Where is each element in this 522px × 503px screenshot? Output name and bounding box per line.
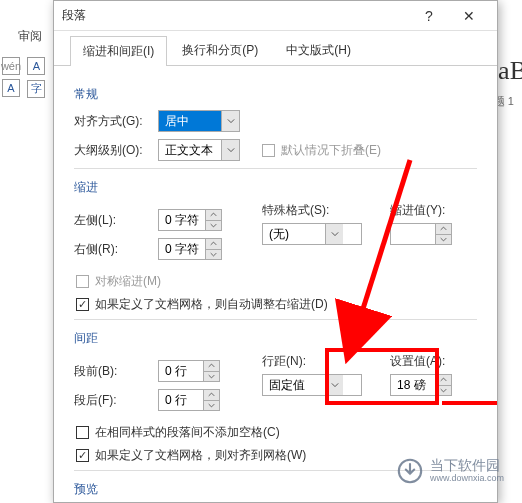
chevron-down-icon[interactable]	[436, 386, 451, 396]
section-spacing: 间距	[74, 330, 477, 347]
collapsed-label: 默认情况下折叠(E)	[281, 142, 381, 159]
indent-left-spinner[interactable]: 0 字符	[158, 209, 222, 231]
section-general: 常规	[74, 86, 477, 103]
indent-left-label: 左侧(L):	[74, 212, 152, 229]
watermark-text: 当下软件园	[430, 458, 504, 473]
spinner-arrows	[203, 390, 219, 410]
chevron-up-icon[interactable]	[204, 390, 219, 401]
linespacing-dropdown[interactable]: 固定值	[262, 374, 362, 396]
space-after-spinner[interactable]: 0 行	[158, 389, 220, 411]
tab-bar: 缩进和间距(I) 换行和分页(P) 中文版式(H)	[54, 31, 497, 66]
nospace-label: 在相同样式的段落间不添加空格(C)	[95, 424, 280, 441]
watermark: 当下软件园 www.downxia.com	[396, 457, 504, 485]
help-button[interactable]: ?	[409, 2, 449, 30]
spinner-arrows	[435, 375, 451, 395]
special-label: 特殊格式(S):	[262, 202, 372, 219]
watermark-logo-icon	[396, 457, 424, 485]
outline-value: 正文文本	[159, 140, 221, 160]
space-before-spinner[interactable]: 0 行	[158, 360, 220, 382]
chevron-up-icon[interactable]	[206, 239, 221, 250]
font-box-a2[interactable]: A	[2, 79, 20, 97]
at-value: 18 磅	[391, 375, 435, 395]
dialog-title: 段落	[62, 7, 86, 24]
chevron-down-icon[interactable]	[204, 372, 219, 382]
mirror-indent-checkbox	[76, 275, 89, 288]
font-box-a[interactable]: A	[27, 57, 45, 75]
chevron-up-icon[interactable]	[436, 375, 451, 386]
font-box-char[interactable]: 字	[27, 80, 45, 98]
close-button[interactable]: ✕	[449, 2, 489, 30]
tab-indent-spacing[interactable]: 缩进和间距(I)	[70, 36, 167, 66]
chevron-down-icon	[221, 140, 239, 160]
chevron-down-icon	[325, 375, 343, 395]
alignment-dropdown[interactable]: 居中	[158, 110, 240, 132]
chevron-down-icon[interactable]	[204, 401, 219, 411]
at-spinner[interactable]: 18 磅	[390, 374, 452, 396]
paragraph-dialog: 段落 ? ✕ 缩进和间距(I) 换行和分页(P) 中文版式(H) 常规 对齐方式…	[53, 0, 498, 503]
indent-by-label: 缩进值(Y):	[390, 202, 470, 219]
titlebar: 段落 ? ✕	[54, 1, 497, 31]
chevron-down-icon	[221, 111, 239, 131]
space-before-label: 段前(B):	[74, 363, 152, 380]
spinner-arrows	[205, 239, 221, 259]
outline-dropdown[interactable]: 正文文本	[158, 139, 240, 161]
collapsed-checkbox	[262, 144, 275, 157]
spinner-arrows	[205, 210, 221, 230]
space-after-label: 段后(F):	[74, 392, 152, 409]
linespacing-label: 行距(N):	[262, 353, 372, 370]
indent-right-spinner[interactable]: 0 字符	[158, 238, 222, 260]
special-value: (无)	[263, 224, 325, 244]
placeholder-box[interactable]: wén	[2, 57, 20, 75]
ribbon-tab-review[interactable]: 审阅	[18, 28, 42, 45]
watermark-url: www.downxia.com	[430, 474, 504, 484]
tab-line-page-breaks[interactable]: 换行和分页(P)	[169, 35, 271, 65]
special-dropdown[interactable]: (无)	[262, 223, 362, 245]
at-label: 设置值(A):	[390, 353, 470, 370]
tab-asian-typography[interactable]: 中文版式(H)	[273, 35, 364, 65]
indent-right-value: 0 字符	[159, 239, 205, 259]
indent-by-value	[391, 224, 435, 244]
alignment-value: 居中	[159, 111, 221, 131]
space-after-value: 0 行	[159, 390, 203, 410]
chevron-up-icon[interactable]	[436, 224, 451, 235]
dialog-content: 常规 对齐方式(G): 居中 大纲级别(O): 正文文本 默认情况下折叠(E) …	[54, 66, 497, 503]
spinner-arrows	[203, 361, 219, 381]
snap-grid-label: 如果定义了文档网格，则对齐到网格(W)	[95, 447, 306, 464]
outline-label: 大纲级别(O):	[74, 142, 152, 159]
section-indent: 缩进	[74, 179, 477, 196]
left-panel: wén A A 字	[0, 55, 50, 100]
snap-grid-checkbox[interactable]	[76, 449, 89, 462]
indent-grid-label: 如果定义了文档网格，则自动调整右缩进(D)	[95, 296, 328, 313]
indent-grid-checkbox[interactable]	[76, 298, 89, 311]
indent-by-spinner[interactable]	[390, 223, 452, 245]
chevron-down-icon[interactable]	[436, 235, 451, 245]
chevron-down-icon	[325, 224, 343, 244]
space-before-value: 0 行	[159, 361, 203, 381]
indent-left-value: 0 字符	[159, 210, 205, 230]
chevron-down-icon[interactable]	[206, 250, 221, 260]
alignment-label: 对齐方式(G):	[74, 113, 152, 130]
indent-right-label: 右侧(R):	[74, 241, 152, 258]
chevron-up-icon[interactable]	[206, 210, 221, 221]
linespacing-value: 固定值	[263, 375, 325, 395]
chevron-up-icon[interactable]	[204, 361, 219, 372]
spinner-arrows	[435, 224, 451, 244]
mirror-indent-label: 对称缩进(M)	[95, 273, 161, 290]
chevron-down-icon[interactable]	[206, 221, 221, 231]
nospace-checkbox[interactable]	[76, 426, 89, 439]
